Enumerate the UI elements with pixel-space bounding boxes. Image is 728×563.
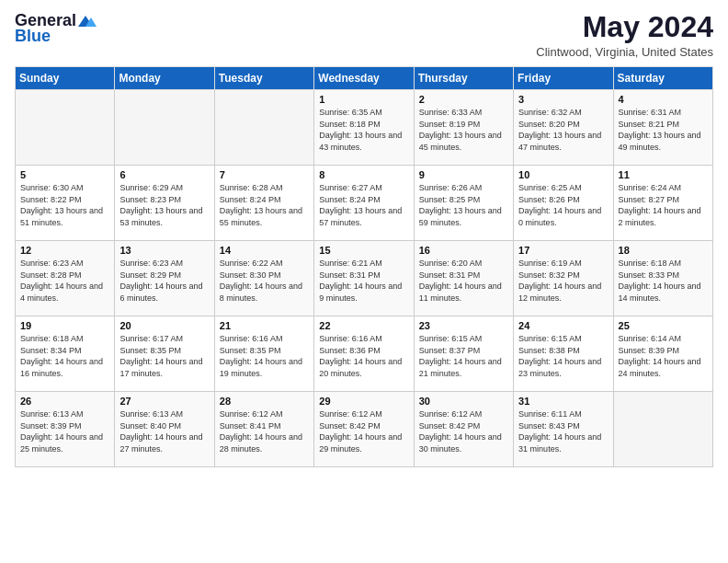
header-thursday: Thursday — [414, 67, 513, 90]
calendar-cell-w1-d6: 3Sunrise: 6:32 AMSunset: 8:20 PMDaylight… — [514, 90, 613, 166]
calendar-cell-w4-d1: 19Sunrise: 6:18 AMSunset: 8:34 PMDayligh… — [16, 316, 115, 392]
calendar-cell-w1-d5: 2Sunrise: 6:33 AMSunset: 8:19 PMDaylight… — [414, 90, 513, 166]
calendar-table: Sunday Monday Tuesday Wednesday Thursday… — [15, 66, 713, 467]
page: General Blue May 2024 Clintwood, Virgini… — [0, 0, 728, 563]
header: General Blue May 2024 Clintwood, Virgini… — [15, 11, 713, 59]
calendar-cell-w5-d4: 29Sunrise: 6:12 AMSunset: 8:42 PMDayligh… — [314, 392, 414, 467]
day-number: 1 — [319, 94, 408, 105]
day-info: Sunrise: 6:31 AMSunset: 8:21 PMDaylight:… — [619, 107, 708, 153]
day-info: Sunrise: 6:26 AMSunset: 8:25 PMDaylight:… — [419, 182, 508, 228]
header-saturday: Saturday — [613, 67, 712, 90]
day-number: 24 — [518, 320, 608, 331]
week-row-3: 12Sunrise: 6:23 AMSunset: 8:28 PMDayligh… — [16, 241, 713, 316]
calendar-cell-w1-d7: 4Sunrise: 6:31 AMSunset: 8:21 PMDaylight… — [613, 90, 712, 166]
calendar-cell-w5-d2: 27Sunrise: 6:13 AMSunset: 8:40 PMDayligh… — [115, 392, 214, 467]
day-info: Sunrise: 6:18 AMSunset: 8:34 PMDaylight:… — [20, 333, 109, 379]
calendar-cell-w2-d3: 7Sunrise: 6:28 AMSunset: 8:24 PMDaylight… — [214, 166, 313, 241]
calendar-cell-w5-d3: 28Sunrise: 6:12 AMSunset: 8:41 PMDayligh… — [214, 392, 313, 467]
calendar-cell-w4-d3: 21Sunrise: 6:16 AMSunset: 8:35 PMDayligh… — [214, 316, 313, 392]
day-info: Sunrise: 6:15 AMSunset: 8:38 PMDaylight:… — [518, 333, 608, 379]
day-info: Sunrise: 6:27 AMSunset: 8:24 PMDaylight:… — [319, 182, 408, 228]
day-number: 20 — [119, 320, 209, 331]
day-number: 3 — [518, 94, 608, 105]
day-number: 23 — [419, 320, 508, 331]
day-info: Sunrise: 6:21 AMSunset: 8:31 PMDaylight:… — [319, 258, 408, 304]
header-friday: Friday — [514, 67, 613, 90]
day-info: Sunrise: 6:30 AMSunset: 8:22 PMDaylight:… — [20, 182, 109, 228]
day-info: Sunrise: 6:12 AMSunset: 8:42 PMDaylight:… — [319, 408, 408, 454]
day-number: 17 — [518, 245, 608, 256]
calendar-cell-w1-d2 — [115, 90, 214, 166]
day-number: 29 — [319, 396, 408, 407]
calendar-cell-w3-d2: 13Sunrise: 6:23 AMSunset: 8:29 PMDayligh… — [115, 241, 214, 316]
calendar-cell-w1-d4: 1Sunrise: 6:35 AMSunset: 8:18 PMDaylight… — [314, 90, 414, 166]
logo: General Blue — [15, 11, 97, 46]
header-sunday: Sunday — [16, 67, 115, 90]
day-number: 22 — [319, 320, 408, 331]
day-info: Sunrise: 6:28 AMSunset: 8:24 PMDaylight:… — [220, 182, 309, 228]
day-info: Sunrise: 6:29 AMSunset: 8:23 PMDaylight:… — [119, 182, 209, 228]
day-number: 2 — [419, 94, 508, 105]
calendar-cell-w5-d6: 31Sunrise: 6:11 AMSunset: 8:43 PMDayligh… — [514, 392, 613, 467]
calendar-cell-w4-d7: 25Sunrise: 6:14 AMSunset: 8:39 PMDayligh… — [613, 316, 712, 392]
header-tuesday: Tuesday — [214, 67, 313, 90]
calendar-header-row: Sunday Monday Tuesday Wednesday Thursday… — [16, 67, 713, 90]
day-number: 10 — [518, 169, 608, 180]
week-row-1: 1Sunrise: 6:35 AMSunset: 8:18 PMDaylight… — [16, 90, 713, 166]
calendar-cell-w2-d2: 6Sunrise: 6:29 AMSunset: 8:23 PMDaylight… — [115, 166, 214, 241]
day-info: Sunrise: 6:23 AMSunset: 8:29 PMDaylight:… — [119, 258, 209, 304]
day-number: 13 — [119, 245, 209, 256]
day-number: 14 — [220, 245, 309, 256]
day-info: Sunrise: 6:16 AMSunset: 8:36 PMDaylight:… — [319, 333, 408, 379]
day-info: Sunrise: 6:32 AMSunset: 8:20 PMDaylight:… — [518, 107, 608, 153]
calendar-cell-w3-d5: 16Sunrise: 6:20 AMSunset: 8:31 PMDayligh… — [414, 241, 513, 316]
day-info: Sunrise: 6:33 AMSunset: 8:19 PMDaylight:… — [419, 107, 508, 153]
calendar-cell-w4-d4: 22Sunrise: 6:16 AMSunset: 8:36 PMDayligh… — [314, 316, 414, 392]
logo-blue-text: Blue — [15, 27, 51, 46]
calendar-cell-w4-d2: 20Sunrise: 6:17 AMSunset: 8:35 PMDayligh… — [115, 316, 214, 392]
day-number: 21 — [220, 320, 309, 331]
day-info: Sunrise: 6:11 AMSunset: 8:43 PMDaylight:… — [518, 408, 608, 454]
day-number: 25 — [619, 320, 708, 331]
day-number: 27 — [119, 396, 209, 407]
calendar-cell-w5-d1: 26Sunrise: 6:13 AMSunset: 8:39 PMDayligh… — [16, 392, 115, 467]
page-title: May 2024 — [536, 11, 713, 43]
day-info: Sunrise: 6:12 AMSunset: 8:41 PMDaylight:… — [220, 408, 309, 454]
title-block: May 2024 Clintwood, Virginia, United Sta… — [536, 11, 713, 59]
calendar-cell-w3-d1: 12Sunrise: 6:23 AMSunset: 8:28 PMDayligh… — [16, 241, 115, 316]
calendar-cell-w5-d5: 30Sunrise: 6:12 AMSunset: 8:42 PMDayligh… — [414, 392, 513, 467]
calendar-cell-w5-d7 — [613, 392, 712, 467]
week-row-4: 19Sunrise: 6:18 AMSunset: 8:34 PMDayligh… — [16, 316, 713, 392]
calendar-cell-w4-d6: 24Sunrise: 6:15 AMSunset: 8:38 PMDayligh… — [514, 316, 613, 392]
day-info: Sunrise: 6:17 AMSunset: 8:35 PMDaylight:… — [119, 333, 209, 379]
day-info: Sunrise: 6:14 AMSunset: 8:39 PMDaylight:… — [619, 333, 708, 379]
day-number: 7 — [220, 169, 309, 180]
calendar-cell-w1-d3 — [214, 90, 313, 166]
day-number: 8 — [319, 169, 408, 180]
day-info: Sunrise: 6:35 AMSunset: 8:18 PMDaylight:… — [319, 107, 408, 153]
calendar-cell-w2-d1: 5Sunrise: 6:30 AMSunset: 8:22 PMDaylight… — [16, 166, 115, 241]
calendar-cell-w1-d1 — [16, 90, 115, 166]
day-number: 26 — [20, 396, 109, 407]
day-number: 15 — [319, 245, 408, 256]
calendar-cell-w4-d5: 23Sunrise: 6:15 AMSunset: 8:37 PMDayligh… — [414, 316, 513, 392]
day-info: Sunrise: 6:22 AMSunset: 8:30 PMDaylight:… — [220, 258, 309, 304]
day-number: 6 — [119, 169, 209, 180]
week-row-2: 5Sunrise: 6:30 AMSunset: 8:22 PMDaylight… — [16, 166, 713, 241]
day-number: 19 — [20, 320, 109, 331]
day-info: Sunrise: 6:16 AMSunset: 8:35 PMDaylight:… — [220, 333, 309, 379]
logo-icon — [78, 14, 97, 29]
day-info: Sunrise: 6:13 AMSunset: 8:40 PMDaylight:… — [119, 408, 209, 454]
day-info: Sunrise: 6:23 AMSunset: 8:28 PMDaylight:… — [20, 258, 109, 304]
calendar-cell-w2-d5: 9Sunrise: 6:26 AMSunset: 8:25 PMDaylight… — [414, 166, 513, 241]
calendar-cell-w3-d6: 17Sunrise: 6:19 AMSunset: 8:32 PMDayligh… — [514, 241, 613, 316]
day-info: Sunrise: 6:13 AMSunset: 8:39 PMDaylight:… — [20, 408, 109, 454]
day-info: Sunrise: 6:18 AMSunset: 8:33 PMDaylight:… — [619, 258, 708, 304]
calendar-cell-w2-d4: 8Sunrise: 6:27 AMSunset: 8:24 PMDaylight… — [314, 166, 414, 241]
calendar-cell-w3-d3: 14Sunrise: 6:22 AMSunset: 8:30 PMDayligh… — [214, 241, 313, 316]
week-row-5: 26Sunrise: 6:13 AMSunset: 8:39 PMDayligh… — [16, 392, 713, 467]
page-subtitle: Clintwood, Virginia, United States — [536, 45, 713, 59]
day-info: Sunrise: 6:24 AMSunset: 8:27 PMDaylight:… — [619, 182, 708, 228]
day-number: 18 — [619, 245, 708, 256]
day-info: Sunrise: 6:15 AMSunset: 8:37 PMDaylight:… — [419, 333, 508, 379]
